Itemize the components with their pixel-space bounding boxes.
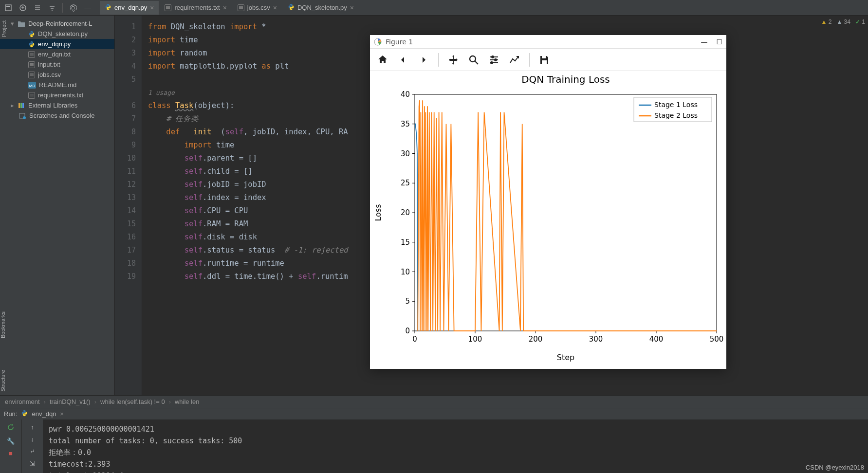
tree-file-item[interactable]: DQN_skeleton.py (0, 29, 114, 39)
main-toolbar: — env_dqn.py × requirements.txt × jobs.c… (0, 0, 868, 16)
python-icon (105, 3, 111, 12)
breadcrumb[interactable]: environment› trainDQN_v1()› while len(se… (0, 395, 868, 408)
tree-label: Deep-Reinforcement-L (28, 20, 92, 27)
libraries-icon (18, 102, 25, 109)
breadcrumb-item[interactable]: while len(self.task) != 0 (100, 398, 165, 405)
svg-text:400: 400 (649, 335, 664, 344)
down-icon[interactable]: ↓ (31, 436, 34, 443)
settings-gear-icon[interactable] (67, 1, 79, 14)
tab-requirements-txt[interactable]: requirements.txt × (160, 1, 231, 15)
project-root-folder[interactable]: ▾ Deep-Reinforcement-L (0, 18, 114, 29)
zoom-icon[interactable] (466, 52, 481, 68)
wrench-icon[interactable]: 🔧 (7, 437, 15, 445)
tab-label: jobs.csv (247, 4, 270, 11)
project-tool-label[interactable]: Project (0, 18, 10, 40)
tab-env-dqn-py[interactable]: env_dqn.py × (100, 1, 159, 15)
svg-rect-15 (22, 103, 24, 108)
inspection-widget[interactable]: ▲ 2 ▲ 34 ✓ 1 (821, 18, 865, 25)
watermark: CSDN @eyexin2018 (806, 464, 864, 471)
soft-wrap-icon[interactable]: ⤶ (30, 448, 35, 455)
rerun-icon[interactable] (7, 423, 15, 433)
console-output[interactable]: pwr 0.006250000000001421 total number of… (43, 419, 868, 473)
python-icon (288, 3, 295, 12)
svg-point-22 (492, 56, 494, 58)
tree-file-item[interactable]: env_dqn.txt (0, 49, 114, 59)
matplotlib-icon (374, 38, 382, 46)
chevron-down-icon[interactable]: ▾ (11, 20, 15, 27)
svg-text:500: 500 (710, 335, 724, 344)
svg-point-17 (23, 116, 26, 119)
tree-file-item[interactable]: input.txt (0, 59, 114, 70)
typo-count: 1 (862, 18, 865, 25)
warning-icon: ▲ (821, 18, 827, 25)
figure-title: Figure 1 (386, 38, 413, 46)
edit-axis-icon[interactable] (507, 52, 522, 68)
select-opened-file-icon[interactable] (2, 1, 15, 14)
chevron-right-icon[interactable]: ▸ (11, 102, 15, 109)
close-tab-icon[interactable]: × (223, 4, 227, 12)
run-title: Run: (4, 410, 17, 418)
close-tab-icon[interactable]: × (350, 4, 354, 12)
structure-tool-label[interactable]: Structure (0, 370, 6, 392)
up-icon[interactable]: ↑ (31, 423, 34, 431)
plot-area[interactable]: 01002003004005000510152025303540DQN Trai… (370, 71, 726, 369)
back-icon[interactable] (395, 52, 411, 68)
svg-text:40: 40 (401, 90, 410, 99)
svg-text:Stage 2 Loss: Stage 2 Loss (654, 111, 698, 119)
svg-rect-29 (415, 94, 717, 331)
scratches-consoles[interactable]: Scratches and Console (0, 110, 114, 121)
breadcrumb-item[interactable]: trainDQN_v1() (50, 398, 91, 405)
tree-file-item[interactable]: jobs.csv (0, 70, 114, 80)
svg-text:300: 300 (589, 335, 603, 344)
weak-warning-icon: ▲ (836, 18, 842, 25)
folder-icon (18, 20, 25, 27)
tab-label: DQN_skeleton.py (297, 4, 347, 11)
figure-titlebar[interactable]: Figure 1 — ☐ (370, 35, 726, 49)
line-gutter[interactable]: 12345 678910111213141516171819 (115, 16, 142, 395)
matplotlib-figure-window[interactable]: Figure 1 — ☐ 010020030040050005101520253… (370, 35, 726, 369)
csv-file-icon (238, 4, 244, 11)
svg-text:200: 200 (529, 335, 543, 344)
collapse-all-icon[interactable] (31, 1, 44, 14)
run-header: Run: env_dqn × (0, 408, 868, 419)
breadcrumb-item[interactable]: environment (5, 398, 40, 405)
project-tree[interactable]: ▾ Deep-Reinforcement-L DQN_skeleton.pyen… (0, 16, 115, 395)
scroll-end-icon[interactable]: ⇲ (30, 460, 35, 467)
pan-icon[interactable] (445, 52, 461, 68)
tree-file-item[interactable]: MDREADME.md (0, 80, 114, 90)
external-libraries[interactable]: ▸ External Libraries (0, 100, 114, 110)
maximize-icon[interactable]: ☐ (716, 38, 722, 46)
svg-text:MD: MD (29, 84, 36, 88)
run-toolbar-left: 🔧 ■ (0, 419, 21, 473)
close-tab-icon[interactable]: × (60, 410, 64, 418)
expand-all-icon[interactable] (17, 1, 29, 14)
save-icon[interactable] (536, 52, 552, 68)
scratch-icon (18, 112, 26, 119)
svg-rect-14 (20, 103, 22, 108)
tab-label: requirements.txt (174, 4, 220, 11)
svg-text:25: 25 (401, 179, 410, 187)
run-tab-label[interactable]: env_dqn (32, 410, 56, 418)
tree-file-item[interactable]: env_dqn.py (0, 39, 114, 49)
configure-subplots-icon[interactable] (486, 52, 502, 68)
close-tab-icon[interactable]: × (150, 4, 154, 12)
minimize-icon[interactable]: — (701, 38, 707, 46)
svg-text:0: 0 (405, 327, 410, 335)
mpl-toolbar (370, 49, 726, 71)
bookmarks-tool-label[interactable]: Bookmarks (0, 311, 6, 338)
svg-text:0: 0 (412, 335, 417, 344)
tree-file-item[interactable]: requirements.txt (0, 90, 114, 100)
stop-icon[interactable]: ■ (9, 450, 13, 457)
tab-dqn-skeleton-py[interactable]: DQN_skeleton.py × (283, 1, 359, 15)
home-icon[interactable] (375, 52, 390, 68)
tree-label: External Libraries (28, 102, 77, 109)
tab-jobs-csv[interactable]: jobs.csv × (233, 1, 282, 15)
close-tab-icon[interactable]: × (273, 4, 277, 12)
hide-panel-icon[interactable]: — (81, 1, 94, 14)
forward-icon[interactable] (416, 52, 431, 68)
svg-text:15: 15 (401, 238, 410, 247)
svg-point-24 (495, 59, 497, 61)
weak-warning-count: 34 (844, 18, 850, 25)
breadcrumb-item[interactable]: while len (175, 398, 200, 405)
show-options-dropdown-icon[interactable] (46, 1, 58, 14)
